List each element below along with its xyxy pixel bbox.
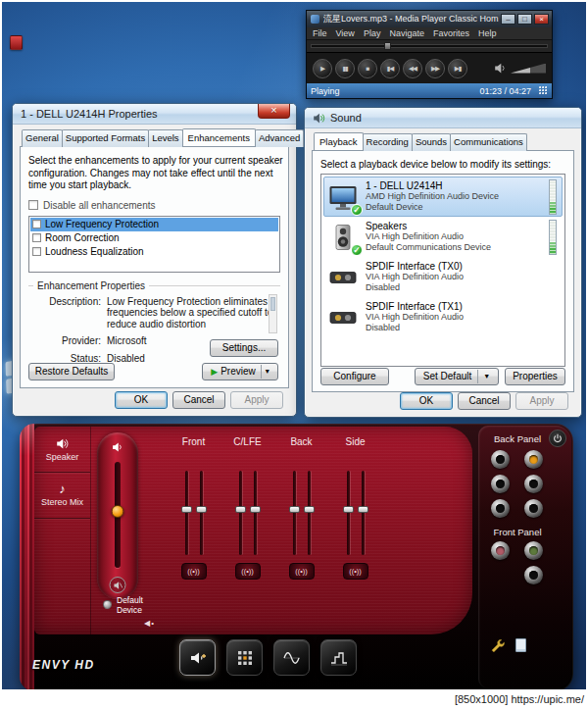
jack-pink[interactable] — [491, 541, 510, 560]
dialog-titlebar[interactable]: Sound — [305, 108, 581, 128]
slider-knob[interactable] — [181, 506, 192, 513]
mute-button[interactable] — [110, 577, 126, 593]
list-item-low-frequency-protection[interactable]: Low Frequency Protection — [30, 218, 278, 231]
checkbox[interactable] — [28, 200, 38, 210]
set-default-button[interactable]: Set Default ▼ — [415, 368, 499, 385]
power-button[interactable] — [549, 430, 566, 447]
close-button[interactable]: × — [534, 14, 549, 25]
checkbox[interactable] — [32, 233, 41, 242]
tab-general[interactable]: General — [22, 129, 63, 147]
slider-lfe[interactable] — [254, 471, 257, 555]
list-item-loudness-equalization[interactable]: Loudness Equalization — [30, 245, 278, 259]
preview-button[interactable]: ▶ Preview ▾ — [202, 363, 278, 380]
desktop-shortcut-icon[interactable] — [10, 35, 23, 50]
close-button[interactable]: × — [258, 104, 290, 119]
jack-black[interactable] — [524, 566, 543, 584]
tab-playback[interactable]: Playback — [314, 132, 364, 150]
stop-button[interactable]: ■ — [358, 59, 377, 78]
cancel-button[interactable]: Cancel — [458, 392, 511, 410]
dialog-titlebar[interactable]: 1 - DELL U2414H Properties × — [13, 104, 296, 125]
minimize-button[interactable]: – — [501, 14, 515, 25]
slider-knob[interactable] — [358, 506, 368, 513]
properties-button[interactable]: Properties — [505, 368, 565, 385]
mpc-titlebar[interactable]: 流星Lovers.mp3 - Media Player Classic Hom.… — [307, 11, 552, 27]
master-volume-slider[interactable] — [115, 462, 121, 568]
speaker-test-button[interactable]: ((•)) — [235, 563, 261, 580]
jack-black[interactable] — [491, 475, 510, 493]
tab-advanced[interactable]: Advanced — [255, 129, 304, 147]
slider-knob[interactable] — [196, 506, 207, 513]
slider-knob[interactable] — [289, 506, 300, 513]
slider-knob[interactable] — [250, 506, 261, 513]
dropdown-caret-icon[interactable]: ▾ — [261, 365, 270, 379]
jack-black[interactable] — [524, 499, 543, 518]
playback-device-list[interactable]: ✓ 1 - DELL U2414H AMD High Definition Au… — [320, 174, 565, 367]
device-row-spdif-tx0[interactable]: SPDIF Interface (TX0) VIA High Definitio… — [323, 257, 563, 297]
menu-item-help[interactable]: Help — [478, 28, 497, 38]
speaker-test-button[interactable]: ((•)) — [343, 563, 368, 580]
slider-front-left[interactable] — [185, 471, 188, 555]
equalizer-button[interactable] — [273, 639, 310, 676]
room-correction-button[interactable] — [320, 639, 357, 676]
jack-orange[interactable] — [524, 450, 543, 469]
rewind-button[interactable]: ◀◀ — [403, 59, 422, 78]
resize-grip[interactable] — [539, 86, 548, 95]
tab-communications[interactable]: Communications — [450, 133, 527, 151]
device-row-dell-u2414h[interactable]: ✓ 1 - DELL U2414H AMD High Definition Au… — [323, 177, 563, 217]
slider-center[interactable] — [239, 471, 242, 555]
slider-side-right[interactable] — [362, 471, 365, 555]
volume-slider[interactable] — [511, 64, 546, 74]
jack-black[interactable] — [491, 450, 510, 469]
skip-forward-button[interactable]: ▶▮ — [448, 59, 467, 78]
slider-knob[interactable] — [235, 506, 246, 513]
slider-front-right[interactable] — [200, 471, 203, 555]
maximize-button[interactable]: □ — [517, 14, 532, 25]
device-row-spdif-tx1[interactable]: SPDIF Interface (TX1) VIA High Definitio… — [323, 297, 563, 337]
slider-knob[interactable] — [304, 506, 315, 513]
source-speaker[interactable]: Speaker — [34, 427, 90, 473]
play-button[interactable]: ▶ — [313, 59, 332, 78]
ok-button[interactable]: OK — [115, 391, 168, 409]
seek-track[interactable] — [311, 44, 548, 48]
checkbox[interactable] — [32, 247, 41, 256]
fast-forward-button[interactable]: ▶▶ — [425, 59, 445, 78]
pause-button[interactable]: ▮▮ — [335, 59, 355, 78]
mixer-matrix-button[interactable] — [226, 639, 263, 676]
volume-mixer-button[interactable] — [179, 639, 216, 676]
tab-enhancements[interactable]: Enhancements — [182, 128, 256, 146]
speaker-test-button[interactable]: ((•)) — [289, 563, 315, 580]
slider-side-left[interactable] — [347, 471, 350, 555]
jack-black[interactable] — [491, 499, 510, 518]
mpc-seekbar[interactable] — [307, 40, 552, 52]
slider-knob[interactable] — [343, 506, 354, 513]
tab-sounds[interactable]: Sounds — [412, 133, 451, 151]
description-scrollbar[interactable] — [269, 294, 277, 333]
list-item-room-correction[interactable]: Room Correction — [30, 231, 278, 245]
speaker-test-button[interactable]: ((•)) — [181, 563, 207, 580]
dropdown-caret-icon[interactable]: ▼ — [477, 370, 490, 383]
restore-defaults-button[interactable]: Restore Defaults — [28, 363, 115, 380]
scrollbar-thumb[interactable] — [270, 297, 275, 311]
tab-recording[interactable]: Recording — [363, 133, 413, 151]
slider-back-left[interactable] — [293, 471, 296, 555]
checkbox[interactable] — [32, 220, 41, 228]
apply-button[interactable]: Apply — [515, 392, 568, 410]
settings-wrench-icon[interactable] — [490, 638, 505, 653]
source-stereo-mix[interactable]: ♪ Stereo Mix — [34, 473, 90, 519]
tab-levels[interactable]: Levels — [148, 129, 182, 147]
volume-knob[interactable] — [112, 505, 124, 518]
menu-item-view[interactable]: View — [336, 28, 355, 38]
cancel-button[interactable]: Cancel — [172, 391, 225, 409]
info-document-icon[interactable] — [515, 638, 526, 652]
ok-button[interactable]: OK — [400, 392, 453, 410]
settings-button[interactable]: Settings... — [210, 339, 278, 357]
enhancements-list[interactable]: Low Frequency Protection Room Correction… — [28, 216, 280, 273]
tab-supported-formats[interactable]: Supported Formats — [62, 129, 149, 147]
jack-black[interactable] — [524, 475, 543, 493]
configure-button[interactable]: Configure — [320, 368, 389, 385]
menu-item-favorites[interactable]: Favorites — [433, 28, 469, 38]
menu-item-navigate[interactable]: Navigate — [389, 28, 424, 38]
slider-back-right[interactable] — [308, 471, 311, 555]
collapse-arrow-icon[interactable]: ◀• — [144, 619, 155, 628]
skip-back-button[interactable]: ▮◀ — [380, 59, 400, 78]
